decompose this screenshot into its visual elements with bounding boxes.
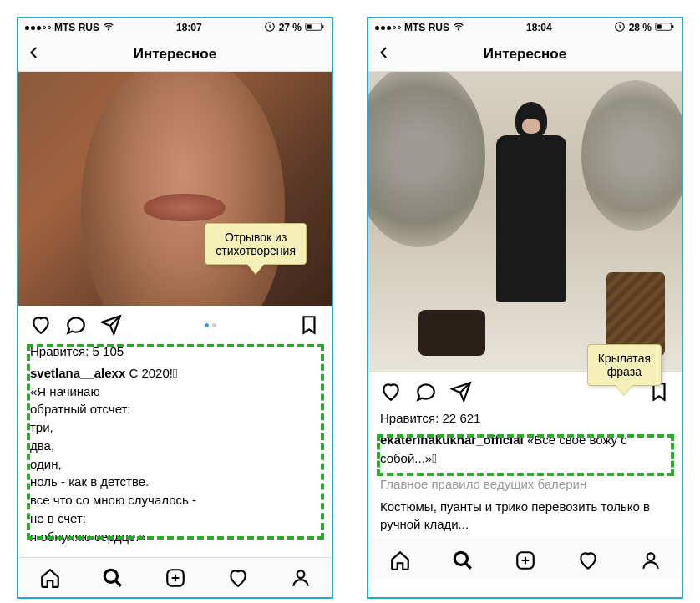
carousel-indicator	[135, 323, 285, 327]
tab-home[interactable]	[39, 567, 61, 589]
svg-rect-3	[322, 25, 324, 28]
page-title: Интересное	[18, 46, 332, 63]
battery-icon	[655, 22, 675, 34]
status-bar: MTS RUS 18:04 28 %	[368, 18, 682, 37]
likes-count[interactable]: 5 105	[93, 344, 124, 358]
like-button[interactable]	[30, 314, 52, 336]
tab-add[interactable]	[515, 550, 536, 571]
svg-point-13	[454, 552, 467, 565]
annotation-callout: Отрывок из стихотворения	[205, 223, 307, 265]
likes-label: Нравится:	[30, 344, 89, 358]
like-button[interactable]	[380, 381, 402, 403]
tab-search[interactable]	[102, 567, 124, 589]
status-bar: MTS RUS 18:07 27 %	[18, 18, 332, 37]
tab-add[interactable]	[165, 567, 186, 589]
tab-activity[interactable]	[227, 567, 249, 589]
likes-count[interactable]: 22 621	[443, 411, 481, 425]
battery-icon	[305, 22, 325, 34]
clock-label: 18:04	[526, 22, 552, 33]
tab-home[interactable]	[389, 550, 411, 571]
post-image[interactable]	[18, 72, 332, 306]
wifi-icon	[103, 21, 114, 35]
likes-label: Нравится:	[380, 411, 439, 425]
tab-bar	[368, 540, 682, 580]
carrier-label: MTS RUS	[54, 22, 99, 33]
tab-bar	[18, 557, 332, 597]
signal-strength-icon	[375, 26, 401, 30]
signal-strength-icon	[25, 26, 51, 30]
post-caption-block: Нравится: 22 621 ekaterinakukhar_officia…	[368, 409, 682, 470]
author-username[interactable]: svetlana__alexx	[30, 366, 125, 380]
rotation-lock-icon	[614, 21, 626, 35]
svg-point-15	[647, 553, 654, 560]
svg-point-5	[104, 570, 117, 582]
battery-percent-label: 27 %	[279, 22, 302, 33]
caption-body: «Я начинаю обратный отсчет: три, два, од…	[30, 383, 320, 546]
share-button[interactable]	[100, 314, 122, 336]
svg-point-0	[108, 28, 109, 29]
annotation-text: Крылатая фраза	[598, 352, 651, 378]
back-button[interactable]	[27, 45, 42, 63]
caption-lead: С 2020!⃞	[129, 366, 177, 380]
nav-header: Интересное	[368, 37, 682, 72]
carrier-label: MTS RUS	[404, 22, 449, 33]
svg-rect-11	[672, 25, 674, 28]
phone-screenshot-right: MTS RUS 18:04 28 % Интересное Крыла	[367, 17, 683, 599]
battery-percent-label: 28 %	[629, 22, 652, 33]
comment-button[interactable]	[65, 314, 87, 336]
back-button[interactable]	[377, 45, 392, 63]
muted-caption-line: Главное правило ведущих балерин	[368, 470, 682, 498]
caption-continuation: Костюмы, пуанты и трико перевозить тольк…	[368, 498, 682, 540]
phone-screenshot-left: MTS RUS 18:07 27 % Интересное Отрывок из…	[17, 17, 333, 599]
wifi-icon	[453, 21, 464, 35]
rotation-lock-icon	[264, 21, 276, 35]
share-button[interactable]	[450, 381, 472, 403]
tab-profile[interactable]	[640, 550, 662, 571]
annotation-text: Отрывок из стихотворения	[216, 231, 296, 257]
svg-rect-4	[307, 24, 312, 28]
post-actions	[18, 306, 332, 342]
tab-profile[interactable]	[290, 567, 312, 589]
author-username[interactable]: ekaterinakukhar_official	[380, 433, 524, 447]
post-image[interactable]	[368, 72, 682, 372]
nav-header: Интересное	[18, 37, 332, 72]
svg-point-7	[297, 570, 304, 578]
tab-activity[interactable]	[577, 550, 599, 571]
tab-search[interactable]	[452, 550, 474, 571]
clock-label: 18:07	[176, 22, 202, 33]
comment-button[interactable]	[415, 381, 437, 403]
bookmark-button[interactable]	[298, 314, 320, 336]
annotation-callout: Крылатая фраза	[587, 344, 662, 386]
svg-point-8	[458, 28, 459, 29]
post-caption-block: Нравится: 5 105 svetlana__alexx С 2020!⃞…	[18, 342, 332, 557]
page-title: Интересное	[368, 46, 682, 63]
svg-rect-12	[657, 24, 662, 28]
